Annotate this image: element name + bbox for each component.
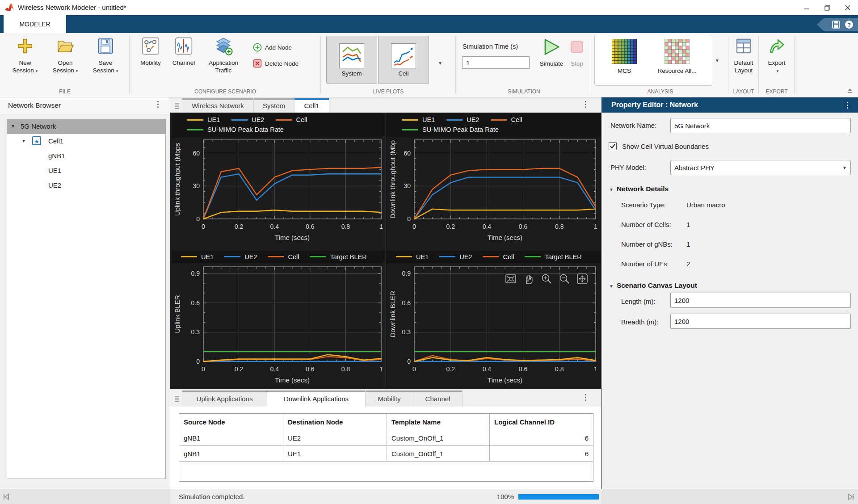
applications-table[interactable]: Source NodeDestination NodeTemplate Name… xyxy=(179,413,593,482)
restore-view-icon[interactable] xyxy=(576,273,589,285)
legend-label: Cell xyxy=(503,253,514,260)
table-cell: 6 xyxy=(490,430,593,446)
tab-downlink-applications[interactable]: Downlink Applications xyxy=(267,391,366,407)
statusbar-center: Simulation completed. 100% xyxy=(170,489,601,504)
analysis-gallery-dropdown[interactable]: ▼ xyxy=(715,58,719,63)
cell-plot-button[interactable]: Cell xyxy=(378,36,429,84)
tab-wireless-network[interactable]: Wireless Network xyxy=(182,98,254,113)
export-button[interactable]: Export▾ xyxy=(762,36,791,75)
tree-item-cell1[interactable]: ▾★Cell1 xyxy=(7,134,165,149)
canvas-layout-section[interactable]: ▼Scenario Canvas Layout xyxy=(609,281,697,290)
tab-cell1[interactable]: Cell1 xyxy=(294,98,329,113)
svg-text:0.8: 0.8 xyxy=(555,223,564,230)
column-header-destination-node[interactable]: Destination Node xyxy=(283,414,387,430)
zoom-in-icon[interactable] xyxy=(540,273,553,285)
show-boundaries-checkbox[interactable] xyxy=(609,142,617,150)
network-name-input[interactable] xyxy=(670,118,851,133)
show-boundaries-label[interactable]: Show Cell Virtual Boundaries xyxy=(622,143,709,150)
zoom-out-icon[interactable] xyxy=(558,273,571,285)
length-input[interactable] xyxy=(670,293,851,308)
collapse-ribbon-icon[interactable] xyxy=(846,88,854,94)
property-editor-menu-icon[interactable] xyxy=(847,102,848,109)
tab-label: Wireless Network xyxy=(192,102,244,109)
tree-item-label: gNB1 xyxy=(48,152,65,160)
live-plots-gallery-dropdown[interactable]: ▼ xyxy=(438,61,442,66)
column-header-logical-channel-id[interactable]: Logical Channel ID xyxy=(490,414,593,430)
minimize-button[interactable] xyxy=(796,0,817,15)
chevron-down-icon: ▾ xyxy=(76,69,78,73)
expand-right-panel-icon[interactable] xyxy=(847,493,854,500)
tree-item-label: Cell1 xyxy=(48,137,63,145)
mobility-button[interactable]: Mobility xyxy=(134,36,167,67)
plot-panel-menu-icon[interactable] xyxy=(585,101,586,108)
chevron-down-icon: ▾ xyxy=(116,69,118,73)
delete-node-button[interactable]: Delete Node xyxy=(253,59,299,68)
open-session-button[interactable]: OpenSession▾ xyxy=(46,36,84,75)
tree-expand-caret[interactable]: ▾ xyxy=(22,138,25,144)
column-header-source-node[interactable]: Source Node xyxy=(179,414,283,430)
svg-text:60: 60 xyxy=(404,150,411,157)
tree-item-5g-network[interactable]: ▾5G Network xyxy=(7,119,165,134)
legend-label: UE2 xyxy=(459,253,472,260)
quick-save-icon[interactable] xyxy=(832,21,840,29)
network-details-section[interactable]: ▼Network Details xyxy=(609,185,669,193)
legend-line-sample xyxy=(439,256,455,257)
downlink-bler-legend: UE1UE2CellTarget BLER xyxy=(387,251,601,263)
uplink-throughput-chart[interactable]: 00.20.40.60.8103060Time (secs)Uplink thr… xyxy=(172,137,386,248)
simulate-button[interactable]: Simulate xyxy=(537,37,566,67)
table-row[interactable]: gNB1UE1Custom_OnOff_16 xyxy=(179,446,593,462)
tab-channel[interactable]: Channel xyxy=(413,391,463,407)
collapse-left-panel-icon[interactable] xyxy=(3,493,10,500)
uplink-bler-chart[interactable]: 00.20.40.60.8100.30.60.9Time (secs)Uplin… xyxy=(172,263,386,389)
legend-entry-cell: Cell xyxy=(491,116,522,123)
svg-text:30: 30 xyxy=(404,182,411,189)
tree-item-gnb1[interactable]: gNB1 xyxy=(7,149,165,164)
downlink-throughput-chart[interactable]: 00.20.40.60.8103060Time (secs)Downlink t… xyxy=(387,137,600,248)
live-plots-area: UE1UE2CellSU-MIMO Peak Data Rate UE1UE2C… xyxy=(170,113,601,389)
tab-modeler[interactable]: MODELER xyxy=(4,15,66,33)
legend-label: UE2 xyxy=(467,116,479,123)
channel-button[interactable]: Channel xyxy=(169,36,198,67)
default-layout-button[interactable]: DefaultLayout xyxy=(731,36,756,74)
svg-text:0.6: 0.6 xyxy=(402,299,411,307)
breadth-input[interactable] xyxy=(670,314,851,329)
column-header-template-name[interactable]: Template Name xyxy=(387,414,490,430)
statusbar-left xyxy=(0,489,170,504)
detail-label: Number of UEs: xyxy=(621,260,669,268)
system-plot-button[interactable]: System xyxy=(326,36,377,84)
dock-panel-menu-icon[interactable] xyxy=(585,394,586,401)
application-traffic-button[interactable]: ApplicationTraffic xyxy=(200,36,247,74)
tab-uplink-applications[interactable]: Uplink Applications xyxy=(182,391,267,407)
save-session-button[interactable]: SaveSession▾ xyxy=(87,36,124,75)
mcs-icon xyxy=(612,39,637,64)
tab-mobility[interactable]: Mobility xyxy=(366,391,413,407)
phy-model-dropdown[interactable]: Abstract PHY▼ xyxy=(670,160,851,175)
table-row[interactable]: gNB1UE2Custom_OnOff_16 xyxy=(179,430,593,446)
help-icon[interactable]: ? xyxy=(845,20,854,29)
restore-button[interactable] xyxy=(817,0,837,15)
svg-text:0.9: 0.9 xyxy=(402,270,411,277)
open-session-icon xyxy=(56,38,74,55)
mcs-button[interactable]: MCS xyxy=(602,38,647,75)
legend-label: Cell xyxy=(511,116,522,123)
pan-hand-icon[interactable] xyxy=(522,273,535,285)
zoom-box-icon[interactable] xyxy=(505,273,517,285)
network-browser-menu-icon[interactable] xyxy=(157,101,159,108)
stop-button[interactable]: Stop xyxy=(567,37,587,67)
resource-allocation-button[interactable]: Resource All... xyxy=(650,38,704,75)
window-title: Wireless Network Modeler - untitled* xyxy=(18,4,126,11)
svg-text:60: 60 xyxy=(193,150,200,157)
dock-drag-handle[interactable] xyxy=(175,396,179,402)
svg-text:1: 1 xyxy=(594,365,597,373)
tree-expand-caret[interactable]: ▾ xyxy=(12,123,14,129)
new-session-button[interactable]: NewSession▾ xyxy=(6,36,44,75)
simulation-time-input[interactable] xyxy=(463,56,530,69)
tab-system[interactable]: System xyxy=(254,98,294,113)
tree-item-ue2[interactable]: UE2 xyxy=(7,178,165,193)
legend-entry-ue2: UE2 xyxy=(439,253,472,260)
add-node-button[interactable]: Add Node xyxy=(253,43,292,52)
dock-drag-handle[interactable] xyxy=(175,103,179,109)
legend-line-sample xyxy=(402,119,418,121)
close-button[interactable] xyxy=(837,0,858,15)
tree-item-ue1[interactable]: UE1 xyxy=(7,164,165,178)
